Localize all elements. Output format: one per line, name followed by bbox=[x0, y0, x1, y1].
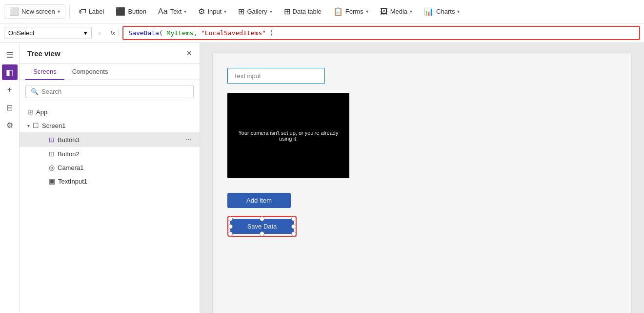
formula-text: SaveData( MyItems, "LocalSavedItems" ) bbox=[128, 29, 273, 37]
property-dropdown[interactable]: OnSelect ▾ bbox=[4, 27, 92, 39]
plugin-button[interactable]: ⚙ bbox=[2, 117, 18, 133]
layers-icon: ◧ bbox=[6, 68, 13, 77]
formula-bar: OnSelect ▾ = fx SaveData( MyItems, "Loca… bbox=[0, 23, 644, 43]
plugin-icon: ⚙ bbox=[6, 121, 13, 130]
tree-item-textinput1-label: TextInput1 bbox=[58, 178, 87, 185]
button-tool-label: Button bbox=[128, 8, 146, 15]
canvas-frame: Your camera isn't set up, or you're alre… bbox=[212, 53, 632, 313]
forms-button[interactable]: 📋 Forms ▾ bbox=[328, 5, 373, 18]
data-table-icon: ⊞ bbox=[284, 7, 290, 16]
text-icon: Aa bbox=[158, 7, 168, 16]
toolbar-separator bbox=[69, 5, 70, 19]
tree-item-app-label: App bbox=[36, 108, 47, 116]
media-caret-icon: ▾ bbox=[410, 9, 412, 14]
tree-panel: Tree view × Screens Components 🔍 ⊞ App ▾ bbox=[20, 43, 200, 313]
label-icon: 🏷 bbox=[79, 7, 86, 16]
layers-button[interactable]: ◧ bbox=[2, 64, 18, 80]
add-item-label: Add Item bbox=[246, 197, 272, 204]
tree-item-camera1-label: Camera1 bbox=[58, 164, 83, 171]
new-screen-icon: ⬜ bbox=[9, 7, 19, 16]
tab-screens[interactable]: Screens bbox=[25, 64, 64, 80]
app-icon: ⊞ bbox=[27, 108, 33, 116]
new-screen-label: New screen bbox=[21, 8, 55, 15]
tree-item-button2[interactable]: ⊡ Button2 bbox=[20, 147, 200, 161]
main-layout: ☰ ◧ + ⊟ ⚙ Tree view × Screens Components bbox=[0, 43, 644, 313]
media-label: Media bbox=[390, 8, 407, 15]
screen1-icon: ☐ bbox=[33, 122, 39, 129]
tab-components-label: Components bbox=[72, 68, 108, 75]
property-dropdown-label: OnSelect bbox=[8, 29, 34, 37]
textinput1-icon: ▣ bbox=[49, 177, 55, 185]
text-button[interactable]: Aa Text ▾ bbox=[153, 5, 191, 18]
button-tool-icon: ⬛ bbox=[116, 7, 125, 16]
button3-icon: ⊡ bbox=[49, 136, 55, 144]
button3-more-button[interactable]: ··· bbox=[185, 135, 192, 144]
label-button[interactable]: 🏷 Label bbox=[74, 5, 109, 18]
save-data-button[interactable]: Save Data bbox=[230, 219, 294, 234]
text-input-element[interactable] bbox=[227, 68, 325, 84]
new-screen-button[interactable]: ⬜ New screen ▾ bbox=[4, 4, 65, 19]
text-label: Text bbox=[170, 8, 182, 15]
database-icon: ⊟ bbox=[6, 103, 13, 112]
gallery-icon: ⊞ bbox=[238, 7, 244, 16]
camera-message: Your camera isn't set up, or you're alre… bbox=[227, 120, 349, 151]
data-button[interactable]: ⊟ bbox=[2, 100, 18, 115]
toolbar: ⬜ New screen ▾ 🏷 Label ⬛ Button Aa Text … bbox=[0, 0, 644, 23]
charts-label: Charts bbox=[436, 8, 455, 15]
save-data-wrapper: Save Data bbox=[227, 216, 297, 237]
charts-button[interactable]: 📊 Charts ▾ bbox=[419, 5, 464, 18]
tree-close-button[interactable]: × bbox=[186, 49, 192, 58]
tree-search-bar[interactable]: 🔍 bbox=[25, 85, 194, 98]
tree-item-button3[interactable]: ⊡ Button3 ··· bbox=[20, 132, 200, 147]
tree-item-screen1[interactable]: ▾ ☐ Screen1 bbox=[20, 119, 200, 132]
charts-icon: 📊 bbox=[424, 7, 434, 16]
data-table-label: Data table bbox=[293, 8, 322, 15]
tree-item-button2-label: Button2 bbox=[58, 150, 80, 158]
save-data-label: Save Data bbox=[247, 223, 277, 230]
button-tool-button[interactable]: ⬛ Button bbox=[111, 5, 151, 18]
add-item-button[interactable]: Add Item bbox=[227, 193, 291, 208]
input-button[interactable]: ⚙ Input ▾ bbox=[193, 5, 231, 18]
property-dropdown-caret-icon: ▾ bbox=[84, 29, 87, 37]
forms-label: Forms bbox=[345, 8, 363, 15]
tree-title: Tree view bbox=[27, 49, 60, 58]
camera1-icon: ◎ bbox=[49, 164, 55, 171]
tree-item-camera1[interactable]: ◎ Camera1 bbox=[20, 161, 200, 174]
formula-function-name: SaveData bbox=[128, 29, 159, 37]
tree-item-screen1-label: Screen1 bbox=[42, 122, 65, 129]
tree-item-app[interactable]: ⊞ App bbox=[20, 105, 200, 119]
label-label: Label bbox=[89, 8, 104, 15]
data-table-button[interactable]: ⊞ Data table bbox=[279, 5, 326, 18]
gallery-caret-icon: ▾ bbox=[270, 9, 272, 14]
canvas-area: Your camera isn't set up, or you're alre… bbox=[200, 43, 644, 313]
formula-var1: MyItems bbox=[167, 29, 194, 37]
button2-icon: ⊡ bbox=[49, 150, 55, 158]
charts-caret-icon: ▾ bbox=[457, 9, 460, 14]
input-caret-icon: ▾ bbox=[224, 9, 226, 14]
sidebar-icons: ☰ ◧ + ⊟ ⚙ bbox=[0, 43, 20, 313]
plus-icon: + bbox=[7, 85, 12, 94]
gallery-button[interactable]: ⊞ Gallery ▾ bbox=[233, 5, 277, 18]
add-button[interactable]: + bbox=[2, 82, 18, 98]
tree-header: Tree view × bbox=[20, 43, 200, 64]
input-label: Input bbox=[207, 8, 221, 15]
formula-editor[interactable]: SaveData( MyItems, "LocalSavedItems" ) bbox=[122, 26, 640, 40]
forms-icon: 📋 bbox=[333, 7, 343, 16]
gallery-label: Gallery bbox=[247, 8, 267, 15]
tab-screens-label: Screens bbox=[33, 68, 57, 75]
formula-fx-button[interactable]: fx bbox=[107, 29, 119, 37]
media-icon: 🖼 bbox=[380, 7, 388, 16]
hamburger-icon: ☰ bbox=[6, 50, 13, 60]
tree-item-textinput1[interactable]: ▣ TextInput1 bbox=[20, 174, 200, 188]
search-input[interactable] bbox=[41, 88, 188, 95]
input-icon: ⚙ bbox=[198, 7, 205, 16]
formula-equals: = bbox=[96, 29, 103, 37]
media-button[interactable]: 🖼 Media ▾ bbox=[375, 5, 417, 18]
tree-items: ⊞ App ▾ ☐ Screen1 ⊡ Button3 ··· ⊡ bbox=[20, 103, 200, 313]
hamburger-menu-button[interactable]: ☰ bbox=[2, 47, 18, 63]
tree-tabs: Screens Components bbox=[20, 64, 200, 80]
forms-caret-icon: ▾ bbox=[366, 9, 368, 14]
new-screen-caret-icon: ▾ bbox=[58, 9, 60, 14]
camera-preview: Your camera isn't set up, or you're alre… bbox=[227, 93, 349, 178]
tab-components[interactable]: Components bbox=[64, 64, 116, 80]
